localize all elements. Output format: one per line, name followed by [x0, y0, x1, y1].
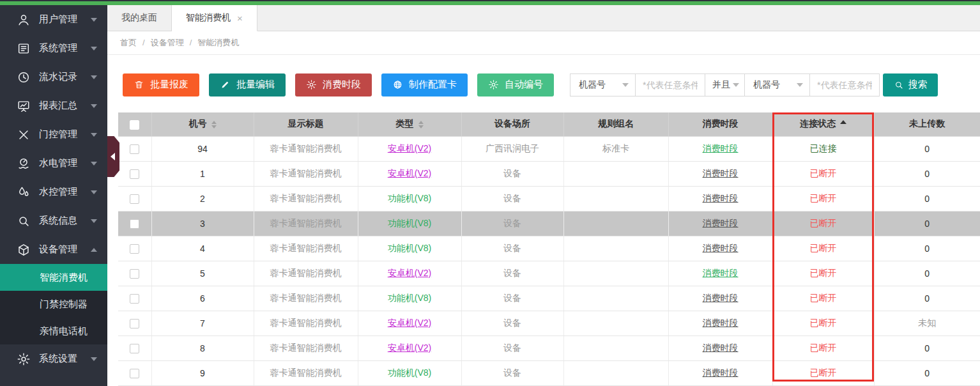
- device-type-link[interactable]: 安卓机(V2): [388, 268, 431, 278]
- search-icon: [17, 214, 31, 228]
- row-checkbox[interactable]: [130, 344, 139, 353]
- device-type-link[interactable]: 安卓机(V2): [388, 143, 431, 153]
- cell-status: 已断开: [772, 336, 874, 361]
- row-checkbox[interactable]: [130, 244, 139, 254]
- breadcrumb-item-0[interactable]: 首页: [120, 37, 137, 49]
- sidebar-item-label: 水电管理: [39, 157, 77, 169]
- device-type-link[interactable]: 安卓机(V2): [388, 168, 431, 178]
- device-title: 蓉卡通智能消费机: [270, 343, 342, 353]
- machine-id: 3: [200, 219, 205, 229]
- row-checkbox[interactable]: [130, 219, 139, 229]
- consume-period-link[interactable]: 消费时段: [703, 168, 739, 178]
- sidebar-item-3[interactable]: 报表汇总: [0, 91, 107, 120]
- table-row: 7蓉卡通智能消费机安卓机(V2)设备消费时段已断开未知: [118, 311, 980, 336]
- sort-desc-icon: [418, 125, 424, 128]
- sidebar-item-8[interactable]: 设备管理: [0, 235, 107, 264]
- breadcrumb-separator: /: [142, 38, 145, 47]
- cell-status: 已断开: [772, 162, 874, 187]
- cell-status: 已断开: [772, 361, 874, 386]
- column-header-未上传数: 未上传数: [874, 112, 980, 137]
- cell-machine-id: 3: [151, 212, 254, 236]
- consume-period-link[interactable]: 消费时段: [703, 218, 739, 228]
- cell-checkbox: [118, 336, 151, 361]
- toolbar-button-label: 消费时段: [323, 79, 361, 91]
- row-checkbox[interactable]: [130, 369, 139, 378]
- chevron-down-icon: [797, 83, 803, 87]
- row-checkbox[interactable]: [130, 319, 139, 328]
- consume-period-link[interactable]: 消费时段: [703, 193, 739, 203]
- cell-rule: [563, 261, 668, 286]
- column-header-checkbox[interactable]: [118, 112, 151, 137]
- table-row: 4蓉卡通智能消费机功能机(V8)设备消费时段已断开0: [118, 236, 980, 261]
- toolbar-buttons: 批量报废批量编辑消费时段制作配置卡自动编号: [123, 73, 563, 96]
- close-icon[interactable]: ×: [237, 13, 243, 23]
- table-row: 1蓉卡通智能消费机安卓机(V2)设备消费时段已断开0: [118, 162, 980, 187]
- sidebar-item-0[interactable]: 用户管理: [0, 5, 107, 34]
- cell-checkbox: [118, 212, 151, 236]
- consume-period-link[interactable]: 消费时段: [703, 268, 739, 278]
- search-button[interactable]: 搜索: [883, 73, 938, 96]
- consume-period-link[interactable]: 消费时段: [703, 143, 739, 153]
- consume-period-link[interactable]: 消费时段: [703, 318, 739, 328]
- tab-0[interactable]: 我的桌面: [107, 5, 172, 31]
- sidebar-subitem-1[interactable]: 门禁控制器: [0, 291, 107, 318]
- device-type-link[interactable]: 功能机(V8): [388, 218, 431, 228]
- cell-status: 已断开: [772, 212, 874, 236]
- tab-1[interactable]: 智能消费机×: [172, 5, 257, 31]
- sidebar-item-7[interactable]: 系统信息: [0, 206, 107, 235]
- toolbar-button-4[interactable]: 自动编号: [477, 73, 554, 96]
- sidebar-submenu: 智能消费机门禁控制器亲情电话机: [0, 264, 107, 344]
- consume-period-link[interactable]: 消费时段: [703, 367, 739, 378]
- filter-field-2-select[interactable]: 机器号: [744, 73, 810, 96]
- consume-period-link[interactable]: 消费时段: [703, 293, 739, 303]
- device-type-link[interactable]: 安卓机(V2): [388, 318, 431, 328]
- column-header-连接状态[interactable]: 连接状态: [772, 112, 874, 137]
- column-header-类型[interactable]: 类型: [358, 112, 461, 137]
- filter-value-2-input[interactable]: [809, 73, 880, 96]
- filter-value-1-input[interactable]: [635, 73, 705, 96]
- consume-period-link[interactable]: 消费时段: [703, 343, 739, 353]
- row-checkbox[interactable]: [130, 294, 139, 304]
- row-checkbox[interactable]: [130, 144, 139, 154]
- row-checkbox[interactable]: [130, 194, 139, 204]
- sidebar-item-2[interactable]: 流水记录: [0, 63, 107, 91]
- row-checkbox[interactable]: [130, 269, 139, 279]
- cell-machine-id: 7: [151, 311, 254, 336]
- device-type-link[interactable]: 安卓机(V2): [388, 343, 431, 353]
- device-type-link[interactable]: 功能机(V8): [388, 293, 431, 303]
- row-checkbox[interactable]: [130, 169, 139, 179]
- sidebar-item-5[interactable]: 水电管理: [0, 149, 107, 178]
- device-type-link[interactable]: 功能机(V8): [388, 367, 431, 378]
- pending-count: 0: [924, 343, 930, 353]
- cell-type: 安卓机(V2): [358, 336, 461, 361]
- device-type-link[interactable]: 功能机(V8): [388, 193, 431, 203]
- clock-icon: [17, 70, 31, 84]
- column-header-label: 设备场所: [494, 118, 530, 128]
- device-type-link[interactable]: 功能机(V8): [388, 243, 431, 253]
- toolbar-button-3[interactable]: 制作配置卡: [381, 73, 468, 96]
- cell-rule: [563, 162, 668, 187]
- chevron-down-icon: [91, 75, 97, 79]
- toolbar-button-label: 批量编辑: [236, 79, 275, 91]
- sidebar-subitem-2[interactable]: 亲情电话机: [0, 318, 107, 344]
- top-accent-bar: [0, 0, 980, 5]
- column-header-机号[interactable]: 机号: [151, 112, 254, 137]
- sidebar-collapse-handle[interactable]: [107, 136, 119, 177]
- device-place: 设备: [503, 243, 521, 253]
- sidebar-subitem-0[interactable]: 智能消费机: [0, 264, 107, 291]
- toolbar-button-2[interactable]: 消费时段: [295, 73, 372, 96]
- consume-period-link[interactable]: 消费时段: [703, 243, 739, 253]
- sidebar-item-6[interactable]: 水控管理: [0, 178, 107, 206]
- breadcrumb-item-1[interactable]: 设备管理: [151, 37, 184, 49]
- sidebar-item-9[interactable]: 系统设置: [0, 344, 107, 373]
- filter-conjunction-select[interactable]: 并且: [705, 73, 745, 96]
- column-header-规则组名: 规则组名: [563, 112, 668, 137]
- filter-field-1-select[interactable]: 机器号: [570, 73, 636, 96]
- sidebar-item-4[interactable]: 门控管理: [0, 120, 107, 149]
- toolbar-button-0[interactable]: 批量报废: [123, 73, 199, 96]
- select-all-checkbox[interactable]: [130, 120, 139, 130]
- sidebar-item-1[interactable]: 系统管理: [0, 34, 107, 63]
- column-header-label: 规则组名: [598, 118, 634, 128]
- cell-machine-id: 2: [151, 187, 254, 212]
- toolbar-button-1[interactable]: 批量编辑: [209, 73, 286, 96]
